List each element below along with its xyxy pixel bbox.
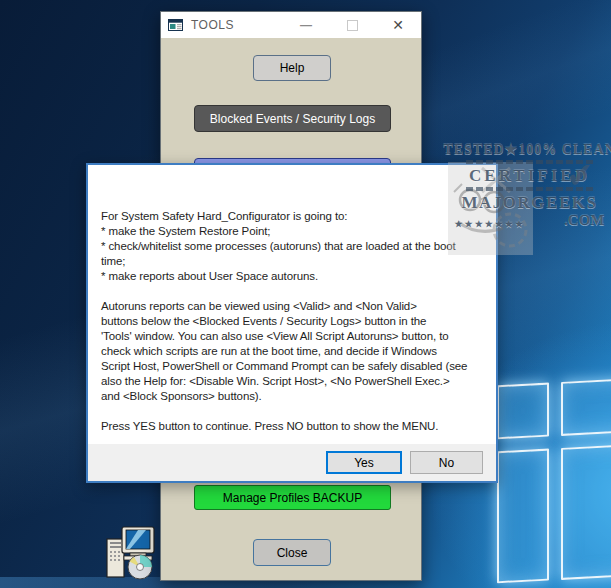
dialog-footer: Yes No — [88, 444, 496, 481]
yes-button[interactable]: Yes — [326, 451, 402, 474]
windows-logo-pane — [497, 449, 549, 584]
windows-logo-pane — [561, 374, 611, 436]
manage-profiles-backup-button[interactable]: Manage Profiles BACKUP — [194, 485, 391, 510]
message-dialog: For System Safety Hard_Configurator is g… — [86, 163, 498, 483]
window-title: TOOLS — [191, 18, 234, 32]
close-icon[interactable]: ✕ — [375, 12, 421, 38]
window-titlebar[interactable]: TOOLS — ✕ — [161, 12, 421, 38]
window-icon — [168, 18, 184, 32]
close-button[interactable]: Close — [253, 539, 331, 566]
minimize-icon[interactable]: — — [283, 12, 329, 38]
windows-logo-pane — [561, 440, 611, 580]
no-button[interactable]: No — [410, 451, 483, 474]
titlebar-buttons: — ✕ — [283, 12, 421, 38]
maximize-icon[interactable] — [329, 12, 375, 38]
installer-cd-icon[interactable] — [100, 526, 160, 580]
windows-logo — [497, 373, 611, 588]
desktop: TOOLS — ✕ Help Blocked Events / Security… — [0, 0, 611, 588]
windows-logo-pane — [497, 383, 549, 440]
help-button[interactable]: Help — [253, 55, 331, 81]
maximize-box — [347, 20, 358, 31]
dialog-message: For System Safety Hard_Configurator is g… — [101, 209, 489, 434]
blocked-events-security-logs-button[interactable]: Blocked Events / Security Logs — [194, 105, 391, 132]
